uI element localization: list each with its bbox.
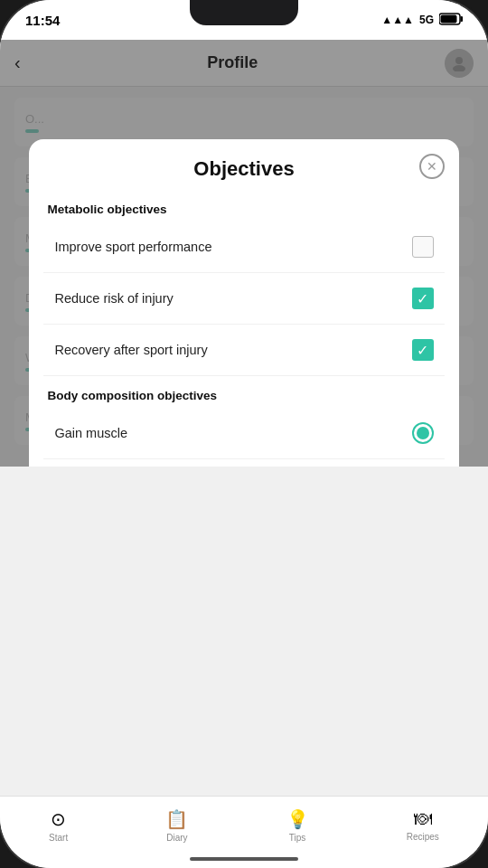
checkbox-improve-sport[interactable] [412, 236, 434, 258]
svg-rect-1 [461, 16, 464, 22]
section-label-metabolic: Metabolic objectives [47, 203, 444, 216]
option-label-improve-sport: Improve sport performance [54, 240, 211, 254]
checkbox-reduce-injury[interactable]: ✓ [412, 288, 434, 309]
tips-icon: 💡 [286, 808, 309, 830]
tab-diary-label: Diary [166, 833, 187, 843]
option-row-lose-fat[interactable]: Lose fat [43, 459, 444, 467]
tab-recipes-label: Recipes [407, 832, 439, 842]
diary-icon: 📋 [165, 808, 188, 830]
phone-screen: 11:54 ▲▲▲ 5G ‹ Profile [0, 0, 488, 868]
signal-icon: ▲▲▲ [381, 14, 414, 26]
app-background: ‹ Profile O... [0, 40, 488, 467]
tab-recipes[interactable]: 🍽 Recipes [407, 808, 439, 842]
tab-tips-label: Tips [289, 833, 306, 843]
checkbox-recovery[interactable]: ✓ [412, 339, 434, 361]
modal-overlay: Objectives ✕ Metabolic objectives Improv… [0, 40, 488, 467]
tab-start-label: Start [49, 833, 68, 843]
modal-header: Objectives ✕ [29, 139, 458, 190]
modal-title: Objectives [193, 157, 294, 180]
option-label-gain-muscle: Gain muscle [54, 426, 127, 440]
option-label-recovery: Recovery after sport injury [54, 343, 207, 357]
tab-start[interactable]: ⊙ Start [49, 808, 68, 843]
tab-diary[interactable]: 📋 Diary [165, 808, 188, 843]
home-indicator [190, 857, 298, 861]
option-row-recovery[interactable]: Recovery after sport injury ✓ [43, 325, 444, 376]
option-row-improve-sport[interactable]: Improve sport performance [43, 222, 444, 273]
close-button[interactable]: ✕ [419, 154, 445, 179]
notch [190, 0, 298, 25]
network-label: 5G [419, 14, 434, 26]
section-label-body-composition: Body composition objectives [47, 389, 444, 402]
radio-gain-muscle[interactable] [412, 422, 434, 444]
close-icon: ✕ [427, 159, 437, 174]
option-label-reduce-injury: Reduce risk of injury [54, 291, 173, 306]
recipes-icon: 🍽 [414, 808, 432, 829]
option-row-reduce-injury[interactable]: Reduce risk of injury ✓ [43, 273, 444, 325]
status-bar: 11:54 ▲▲▲ 5G [0, 0, 488, 40]
svg-rect-2 [441, 14, 457, 23]
status-time: 11:54 [25, 13, 60, 28]
battery-indicator [439, 13, 463, 28]
modal-body[interactable]: Metabolic objectives Improve sport perfo… [29, 190, 458, 467]
status-icons: ▲▲▲ 5G [381, 13, 463, 28]
tab-tips[interactable]: 💡 Tips [286, 808, 309, 843]
objectives-modal: Objectives ✕ Metabolic objectives Improv… [29, 139, 458, 467]
phone-frame: 11:54 ▲▲▲ 5G ‹ Profile [0, 0, 488, 868]
option-row-gain-muscle[interactable]: Gain muscle [43, 408, 444, 459]
start-icon: ⊙ [51, 808, 66, 830]
